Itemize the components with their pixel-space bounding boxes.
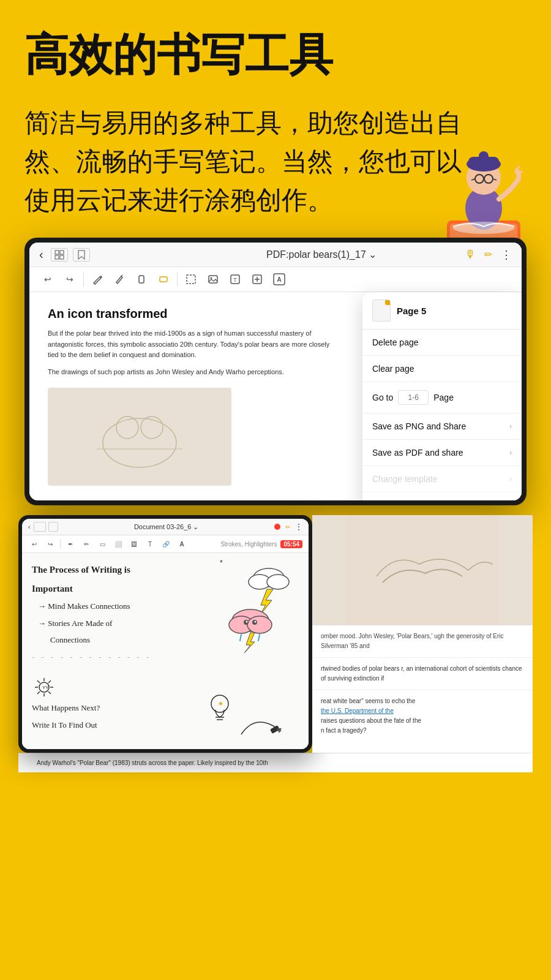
small-text-tool[interactable]: T xyxy=(144,538,156,550)
content-area: An icon transformed But if the polar bea… xyxy=(29,292,522,500)
selection-tool[interactable] xyxy=(182,271,200,288)
back-button[interactable]: ‹ xyxy=(39,247,43,262)
small-more-icon[interactable]: ⋮ xyxy=(295,522,302,531)
svg-line-42 xyxy=(48,680,51,683)
bookmark-icon[interactable] xyxy=(73,248,90,262)
save-png-item[interactable]: Save as PNG and Share › xyxy=(362,413,522,440)
right-text-block1: omber mood. John Wesley, 'Polar Bears,' … xyxy=(312,625,533,657)
goto-input[interactable] xyxy=(398,390,429,405)
bottom-text: Andy Warhol's "Polar Bear" (1983) struts… xyxy=(37,758,514,767)
dropdown-page-title: Page 5 xyxy=(397,306,426,316)
small-link-tool[interactable]: 🔗 xyxy=(160,538,172,550)
tb-right: 🎙 ✏ ⋮ xyxy=(465,248,512,262)
small-grid-icon[interactable] xyxy=(34,522,46,532)
pencil-tool[interactable] xyxy=(111,271,128,288)
clear-page-item[interactable]: Clear page xyxy=(362,356,522,382)
eraser-tool[interactable] xyxy=(155,271,172,288)
small-eraser-tool[interactable]: ⬜ xyxy=(112,538,124,550)
small-back[interactable]: ‹ xyxy=(28,524,30,530)
small-tablet: ‹ Document 03-26_6 ⌄ ✏ ⋮ xyxy=(18,515,312,753)
svg-line-41 xyxy=(48,692,51,694)
svg-point-24 xyxy=(211,277,212,279)
tablet-topbar: ‹ PDF:polar bears(1)_17 ⌄ 🎙 ✏ ⋮ xyxy=(29,243,522,267)
save-pdf-label: Save as PDF and share xyxy=(372,448,463,458)
delete-page-item[interactable]: Delete page xyxy=(362,330,522,356)
svg-rect-18 xyxy=(60,255,64,259)
right-image xyxy=(312,515,533,625)
small-tb-icons xyxy=(34,522,58,532)
highlighter-tool[interactable] xyxy=(133,271,150,288)
small-tablet-inner: ‹ Document 03-26_6 ⌄ ✏ ⋮ xyxy=(22,519,309,749)
svg-line-19 xyxy=(121,275,122,276)
svg-line-56 xyxy=(240,635,241,641)
right-text-block2: rtwined bodies of polar bears r, an inte… xyxy=(312,657,533,690)
tablet-title: PDF:polar bears(1)_17 ⌄ xyxy=(266,249,377,260)
image-tool[interactable] xyxy=(204,271,222,288)
small-handwriting-area: The Process of Writing is Important → Mi… xyxy=(22,553,309,749)
small-pen-icon[interactable]: ✏ xyxy=(285,524,290,530)
save-pdf-chevron: › xyxy=(509,448,512,457)
tablet-inner: ‹ PDF:polar bears(1)_17 ⌄ 🎙 ✏ ⋮ xyxy=(29,243,522,500)
svg-line-43 xyxy=(37,692,40,694)
cloud-drawings: * xyxy=(217,556,302,657)
text-recognition-tool[interactable]: A xyxy=(271,271,288,288)
delete-page-label: Delete page xyxy=(372,337,419,347)
small-pencil-tool[interactable]: ✏ xyxy=(80,538,92,550)
doc-paragraph2: The drawings of such pop artists as John… xyxy=(48,367,342,378)
doc-paragraph1: But if the polar bear thrived into the m… xyxy=(48,328,342,361)
small-tablet-title: Document 03-26_6 ⌄ xyxy=(134,523,199,531)
save-pdf-item[interactable]: Save as PDF and share › xyxy=(362,440,522,466)
goto-item: Go to Page xyxy=(362,382,522,413)
svg-text:YY: YY xyxy=(42,685,49,690)
small-highlight-tool[interactable]: ▭ xyxy=(96,538,108,550)
svg-point-14 xyxy=(453,222,514,234)
link-tool[interactable] xyxy=(249,271,266,288)
small-pen-tool[interactable]: ✒ xyxy=(64,538,77,550)
svg-point-51 xyxy=(247,616,272,633)
small-topbar: ‹ Document 03-26_6 ⌄ ✏ ⋮ xyxy=(22,519,309,535)
pen-doodle xyxy=(235,710,284,743)
pen-icon[interactable]: ✏ xyxy=(484,249,492,260)
tablet-area: ‹ PDF:polar bears(1)_17 ⌄ 🎙 ✏ ⋮ xyxy=(0,238,551,772)
redo-button[interactable]: ↪ xyxy=(61,271,78,288)
dropdown-header: Page 5 xyxy=(362,292,522,330)
save-png-label: Save as PNG and Share xyxy=(372,421,466,431)
record-button[interactable] xyxy=(274,524,280,530)
small-undo[interactable]: ↩ xyxy=(28,538,40,550)
more-options-icon[interactable]: ⋮ xyxy=(501,248,512,262)
change-template-label: Change template xyxy=(372,474,438,484)
svg-text:*: * xyxy=(220,559,223,567)
svg-point-54 xyxy=(246,621,248,623)
undo-button[interactable]: ↩ xyxy=(39,271,56,288)
clear-page-label: Clear page xyxy=(372,364,414,374)
right-text1: rtwined bodies of polar bears r, an inte… xyxy=(321,664,524,684)
small-redo[interactable]: ↪ xyxy=(44,538,56,550)
right-caption: omber mood. John Wesley, 'Polar Bears,' … xyxy=(321,631,524,651)
small-bookmark-icon[interactable] xyxy=(48,522,58,532)
doc-image xyxy=(48,388,231,486)
grid-icon[interactable] xyxy=(51,248,68,262)
toolbar-row: ↩ ↪ xyxy=(29,267,522,292)
mic-icon[interactable]: 🎙 xyxy=(465,248,476,261)
add-sound-item[interactable]: Add sound recording › xyxy=(362,492,522,500)
pen-tool[interactable] xyxy=(89,271,106,288)
svg-text:A: A xyxy=(277,276,281,283)
divider1 xyxy=(83,272,84,287)
dropdown-menu: Page 5 Delete page Clear page Go to P xyxy=(362,292,522,500)
small-image-tool[interactable]: 🖼 xyxy=(128,538,140,550)
small-textA-tool[interactable]: A xyxy=(176,538,188,550)
svg-rect-22 xyxy=(187,275,195,284)
bottom-bar: Andy Warhol's "Polar Bear" (1983) struts… xyxy=(18,753,533,772)
strokes-label: Strokes, Highlighters xyxy=(220,541,277,548)
svg-rect-20 xyxy=(139,276,144,283)
svg-point-48 xyxy=(267,575,289,589)
save-png-chevron: › xyxy=(509,422,512,431)
change-template-item[interactable]: Change template › xyxy=(362,466,522,492)
small-tb-right: ✏ ⋮ xyxy=(274,522,302,531)
svg-rect-16 xyxy=(60,251,64,254)
svg-line-58 xyxy=(258,635,260,641)
doc-text: But if the polar bear thrived into the m… xyxy=(48,328,342,377)
right-text2: reat white bear" seems to echo thethe U.… xyxy=(321,696,524,736)
text-tool[interactable]: T xyxy=(227,271,244,288)
svg-rect-65 xyxy=(346,515,499,625)
